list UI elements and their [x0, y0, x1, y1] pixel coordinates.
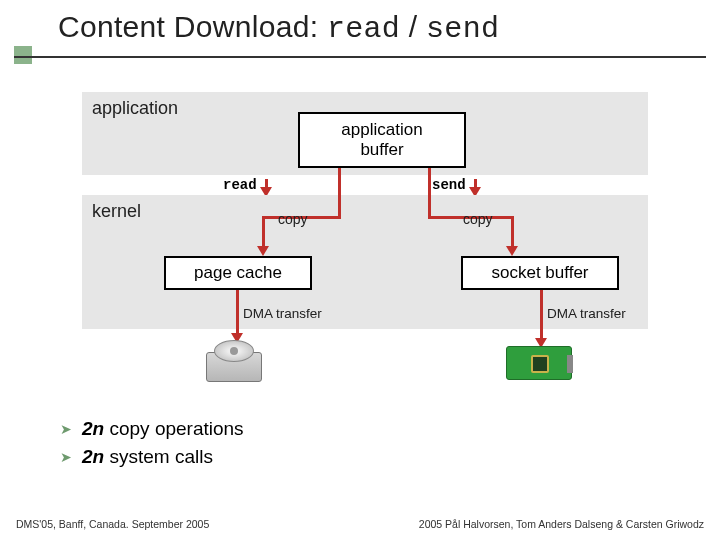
bullet-n: n — [93, 446, 105, 467]
bullet-glyph-icon: ➤ — [60, 449, 72, 465]
bullet-rest: system calls — [104, 446, 213, 467]
network-card-icon — [506, 346, 572, 380]
title-lead: Content Download: — [58, 10, 327, 43]
app-buffer-line2: buffer — [360, 140, 403, 160]
accent-square — [14, 46, 32, 64]
title-sep: / — [400, 10, 426, 43]
title-code-read: read — [327, 12, 400, 46]
dma-left-shaft — [236, 290, 239, 335]
dma-label-left: DMA transfer — [243, 306, 322, 321]
title-code-send: send — [426, 12, 499, 46]
copy-label-right: copy — [463, 211, 493, 227]
bullet-n: n — [93, 418, 105, 439]
copy-left-seg1 — [338, 168, 341, 216]
copy-right-seg3 — [511, 216, 514, 248]
page-cache-box: page cache — [164, 256, 312, 290]
kernel-label: kernel — [92, 201, 141, 222]
socket-buffer-box: socket buffer — [461, 256, 619, 290]
copy-left-seg3 — [262, 216, 265, 248]
dma-right-shaft — [540, 290, 543, 340]
bullet-row: ➤ 2n system calls — [60, 446, 244, 468]
page-cache-text: page cache — [194, 263, 282, 283]
bullet-text: 2n copy operations — [82, 418, 244, 440]
hard-disk-icon — [206, 338, 262, 384]
copy-right-seg1 — [428, 168, 431, 216]
footer-left: DMS'05, Banff, Canada. September 2005 — [16, 518, 209, 530]
application-label: application — [92, 98, 178, 119]
bullet-pre: 2 — [82, 446, 93, 467]
read-label: read — [223, 177, 257, 193]
dma-label-right: DMA transfer — [547, 306, 626, 321]
send-label: send — [432, 177, 466, 193]
page-title: Content Download: read / send — [58, 10, 499, 46]
bullets: ➤ 2n copy operations ➤ 2n system calls — [60, 418, 244, 474]
bullet-pre: 2 — [82, 418, 93, 439]
bullet-row: ➤ 2n copy operations — [60, 418, 244, 440]
application-buffer-box: application buffer — [298, 112, 466, 168]
bullet-rest: copy operations — [104, 418, 243, 439]
bullet-glyph-icon: ➤ — [60, 421, 72, 437]
footer-right: 2005 Pål Halvorsen, Tom Anders Dalseng &… — [419, 518, 704, 530]
copy-left-head — [257, 246, 269, 256]
socket-buffer-text: socket buffer — [491, 263, 588, 283]
copy-label-left: copy — [278, 211, 308, 227]
title-underline — [14, 56, 706, 58]
app-buffer-line1: application — [341, 120, 422, 140]
bullet-text: 2n system calls — [82, 446, 213, 468]
copy-right-head — [506, 246, 518, 256]
